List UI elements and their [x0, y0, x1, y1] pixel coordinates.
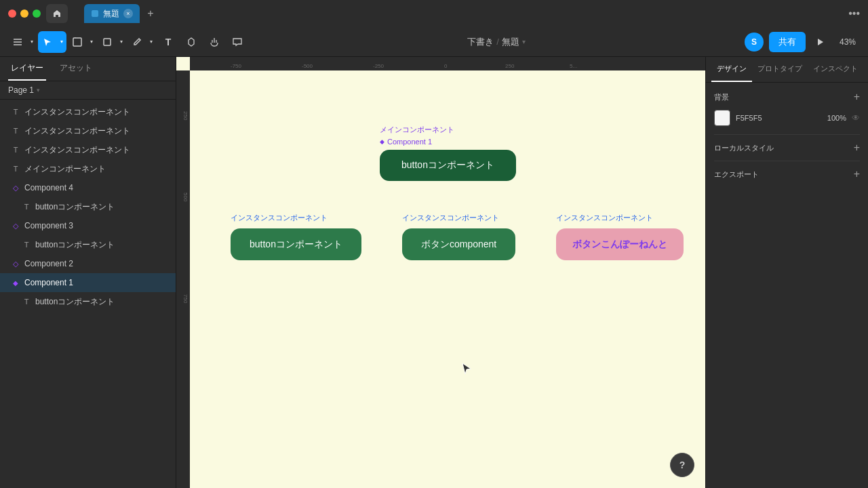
- layer-item-component4[interactable]: ◇ Component 4: [0, 178, 176, 197]
- tab-label: 無題: [103, 8, 119, 20]
- background-label: 背景: [714, 92, 729, 102]
- layer-item-button3[interactable]: T buttonコンポーネント: [0, 235, 176, 254]
- diamond-icon: ◇: [11, 259, 20, 268]
- avatar[interactable]: S: [745, 33, 764, 52]
- frame-arrow[interactable]: ▾: [87, 31, 96, 53]
- canvas-area[interactable]: -750 -500 -250 0 250 5... 250 500 750 メイ…: [176, 57, 705, 488]
- breadcrumb-current[interactable]: 無題 ▾: [502, 36, 526, 48]
- select-tool[interactable]: ▾: [38, 31, 66, 53]
- share-button[interactable]: 共有: [769, 32, 806, 52]
- tab-bar: 無題 × +: [84, 4, 159, 23]
- layer-item-button4[interactable]: T buttonコンポーネント: [0, 197, 176, 216]
- right-panel-content: 背景 + F5F5F5 100% 👁 ローカルスタイル + エクスポート +: [706, 83, 868, 488]
- page-label[interactable]: Page 1 ▾: [8, 85, 40, 95]
- instance-button-text-3: ボタンこんぽーねんと: [572, 239, 667, 249]
- shape-tool[interactable]: ▾: [98, 31, 126, 53]
- diamond-icon: ◇: [11, 221, 20, 230]
- tab-prototype[interactable]: プロトタイプ: [752, 57, 808, 82]
- layer-item-component2[interactable]: ◇ Component 2: [0, 254, 176, 273]
- export-add-button[interactable]: +: [854, 168, 860, 180]
- comment-tool[interactable]: [226, 31, 248, 53]
- svg-rect-0: [92, 10, 98, 17]
- text-icon: T: [11, 164, 20, 174]
- home-tab[interactable]: [46, 4, 68, 23]
- more-options[interactable]: •••: [848, 7, 860, 20]
- frame-icon[interactable]: [68, 31, 87, 53]
- instance-button-1[interactable]: buttonコンポーネント: [231, 228, 361, 260]
- instance-button-text-2: ボタンcomponent: [421, 239, 496, 249]
- page-selector[interactable]: Page 1 ▾: [0, 81, 176, 100]
- instance-row: インスタンスコンポーネント buttonコンポーネント インスタンスコンポーネン…: [231, 213, 684, 260]
- ruler-vertical: 250 500 750: [176, 70, 190, 488]
- background-add-button[interactable]: +: [854, 91, 860, 103]
- tab-assets[interactable]: アセット: [57, 57, 95, 81]
- pen-tool[interactable]: ▾: [127, 31, 156, 53]
- right-panel-tabs: デザイン プロトタイプ インスペクト: [706, 57, 868, 83]
- main-menu-button[interactable]: ▾: [8, 31, 37, 53]
- tab-layers[interactable]: レイヤー: [8, 57, 46, 81]
- frame-tool[interactable]: ▾: [68, 31, 96, 53]
- instance-label-2: インスタンスコンポーネント: [402, 213, 499, 223]
- shape-arrow[interactable]: ▾: [117, 31, 126, 53]
- background-section-header: 背景 +: [714, 91, 860, 103]
- instance-group-3: インスタンスコンポーネント ボタンこんぽーねんと: [556, 213, 684, 260]
- local-styles-section-header: ローカルスタイル +: [714, 142, 860, 154]
- component1-label: Component 1: [387, 138, 432, 146]
- text-tool[interactable]: T: [157, 31, 179, 53]
- tool-group-main: ▾ ▾ ▾ ▾ ▾ T: [8, 31, 248, 53]
- new-tab-button[interactable]: +: [142, 5, 159, 22]
- local-styles-label: ローカルスタイル: [714, 143, 774, 153]
- instance-group-1: インスタンスコンポーネント buttonコンポーネント: [231, 213, 361, 260]
- local-styles-add-button[interactable]: +: [854, 142, 860, 154]
- traffic-light-green[interactable]: [33, 9, 41, 18]
- visibility-toggle[interactable]: 👁: [852, 113, 860, 123]
- layer-list: T インスタンスコンポーネント T インスタンスコンポーネント T インスタンス…: [0, 100, 176, 488]
- present-button[interactable]: [811, 33, 830, 52]
- instance-button-2[interactable]: ボタンcomponent: [402, 228, 515, 260]
- help-button[interactable]: ?: [670, 453, 694, 477]
- main-component-label: メインコンポーネント: [380, 125, 516, 135]
- component-diamond-icon: ◆: [380, 138, 384, 145]
- tab-inspect[interactable]: インスペクト: [808, 57, 863, 82]
- shape-icon[interactable]: [98, 31, 117, 53]
- export-label: エクスポート: [714, 169, 759, 180]
- toolbar: ▾ ▾ ▾ ▾ ▾ T: [0, 27, 868, 57]
- layer-item-component1[interactable]: ◆ Component 1: [0, 273, 176, 292]
- page-chevron: ▾: [37, 87, 40, 94]
- traffic-light-yellow[interactable]: [20, 9, 28, 18]
- layer-item-instance2[interactable]: T インスタンスコンポーネント: [0, 121, 176, 140]
- pen-arrow[interactable]: ▾: [146, 31, 156, 53]
- select-arrow[interactable]: ▾: [57, 31, 66, 53]
- layer-item-button1[interactable]: T buttonコンポーネント: [0, 292, 176, 311]
- breadcrumb-parent[interactable]: 下書き: [467, 36, 494, 48]
- instance-button-3[interactable]: ボタンこんぽーねんと: [556, 228, 684, 260]
- traffic-light-red[interactable]: [8, 9, 16, 18]
- hand-tool[interactable]: [203, 31, 225, 53]
- bg-opacity-value[interactable]: 100%: [827, 114, 846, 122]
- layer-item-instance1[interactable]: T インスタンスコンポーネント: [0, 102, 176, 121]
- menu-icon[interactable]: [8, 31, 27, 53]
- bg-hex-value[interactable]: F5F5F5: [736, 114, 822, 122]
- current-tab[interactable]: 無題 ×: [84, 4, 140, 23]
- divider-2: [714, 161, 860, 161]
- svg-marker-4: [818, 39, 823, 45]
- cursor-icon[interactable]: [38, 31, 57, 53]
- pen-icon[interactable]: [127, 31, 146, 53]
- component-tool[interactable]: [180, 31, 202, 53]
- background-row: F5F5F5 100% 👁: [714, 110, 860, 126]
- tab-design[interactable]: デザイン: [711, 57, 752, 82]
- tab-close-button[interactable]: ×: [123, 9, 133, 18]
- zoom-level[interactable]: 43%: [835, 35, 860, 49]
- bg-color-swatch[interactable]: [714, 110, 730, 126]
- layer-item-instance3[interactable]: T インスタンスコンポーネント: [0, 140, 176, 159]
- breadcrumb-chevron: ▾: [522, 38, 526, 45]
- layer-item-main[interactable]: T メインコンポーネント: [0, 159, 176, 178]
- svg-rect-3: [104, 39, 111, 45]
- toolbar-right: S 共有 43%: [745, 32, 860, 52]
- menu-arrow[interactable]: ▾: [27, 31, 37, 53]
- component1-badge: ◆ Component 1: [380, 138, 516, 146]
- main-button-text: buttonコンポーネント: [401, 159, 494, 171]
- main-button[interactable]: buttonコンポーネント: [380, 150, 516, 181]
- layer-item-component3[interactable]: ◇ Component 3: [0, 216, 176, 235]
- diamond-icon: ◇: [11, 183, 20, 192]
